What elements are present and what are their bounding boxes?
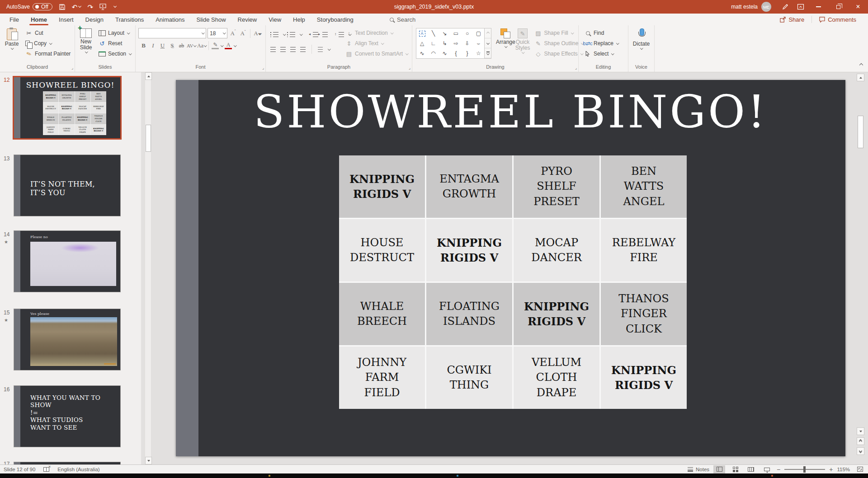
shape-effects-button[interactable]: ◇Shape Effects (533, 49, 585, 59)
copy-button[interactable]: Copy (24, 38, 72, 48)
tab-design[interactable]: Design (80, 14, 109, 25)
bingo-cell[interactable]: PYRO SHELF PRESET (514, 155, 599, 218)
font-name-combo[interactable] (138, 28, 206, 38)
close-button[interactable]: × (848, 0, 868, 14)
thumbnail-slide-12[interactable]: SHOWREEL BINGO! KNIPPING RIGIDS VENTAGMA… (13, 76, 122, 140)
text-highlight-button[interactable]: ✎ (211, 42, 219, 49)
scroll-down-button[interactable] (145, 457, 152, 464)
next-slide-button[interactable] (857, 447, 864, 455)
customize-qat-button[interactable] (113, 6, 116, 7)
autosave-toggle[interactable]: AutoSave Off (6, 3, 52, 10)
elbow-shape-icon[interactable]: ∟ (431, 40, 436, 47)
bingo-cell[interactable]: VELLUM CLOTH DRAPE (514, 347, 599, 409)
collapse-ribbon-button[interactable] (860, 60, 863, 68)
select-button[interactable]: Select (582, 49, 628, 59)
star-shape-icon[interactable]: ☆ (476, 50, 481, 56)
arrange-button[interactable]: Arrange (496, 27, 515, 60)
find-button[interactable]: Find (582, 28, 628, 38)
search-box[interactable]: Search (390, 16, 415, 23)
justify-button[interactable] (300, 47, 306, 52)
drawing-dialog-launcher[interactable]: ⌟ (575, 66, 577, 70)
bingo-cell[interactable]: KNIPPING RIGIDS V (514, 283, 599, 345)
bingo-cell[interactable]: JOHNNY FARM FIELD (339, 347, 425, 409)
shapes-scroll-up-button[interactable] (485, 28, 491, 38)
tab-home[interactable]: Home (25, 14, 53, 25)
animation-star-icon[interactable]: ★ (4, 318, 8, 323)
bingo-cell[interactable]: FLOATING ISLANDS (426, 283, 512, 345)
zoom-slider-thumb[interactable] (803, 466, 806, 473)
reading-view-button[interactable] (745, 465, 757, 473)
shapes-scroll-down-button[interactable] (485, 38, 491, 48)
oval-shape-icon[interactable]: ○ (466, 30, 469, 37)
main-scrollbar[interactable] (857, 72, 864, 464)
quick-styles-button[interactable]: ✎ Quick Styles (515, 27, 530, 60)
zoom-level[interactable]: 115% (837, 467, 850, 472)
tab-animations[interactable]: Animations (150, 14, 190, 25)
bullets-button[interactable] (273, 32, 278, 37)
comments-button[interactable]: Comments (812, 16, 863, 23)
slide-sorter-view-button[interactable] (729, 465, 741, 473)
bingo-cell[interactable]: CGWIKI THING (426, 347, 512, 409)
align-left-button[interactable] (270, 47, 276, 52)
paragraph-dialog-launcher[interactable]: ⌟ (409, 66, 410, 70)
slide-canvas[interactable]: SHOWREEL BINGO! KNIPPING RIGIDS VENTAGMA… (176, 80, 845, 456)
scrollbar-thumb[interactable] (858, 116, 863, 148)
strikethrough-button[interactable]: ab (177, 41, 186, 51)
scroll-up-button[interactable] (145, 72, 152, 80)
reset-button[interactable]: ↺Reset (97, 38, 133, 48)
elbow-arrow-shape-icon[interactable]: ↳ (442, 40, 447, 47)
bold-button[interactable]: B (139, 41, 148, 51)
align-right-button[interactable] (290, 47, 296, 52)
tab-slide-show[interactable]: Slide Show (190, 14, 231, 25)
zoom-in-button[interactable]: + (829, 466, 833, 473)
bingo-cell[interactable]: BEN WATTS ANGEL (601, 155, 687, 218)
cut-button[interactable]: ✂Cut (24, 28, 72, 38)
line-shape-icon[interactable]: ╲ (432, 30, 435, 37)
bingo-cell[interactable]: KNIPPING RIGIDS V (601, 347, 687, 409)
zoom-out-button[interactable]: − (777, 466, 780, 473)
tab-insert[interactable]: Insert (53, 14, 80, 25)
user-name[interactable]: matt estela (731, 4, 758, 10)
freeform-shape-icon[interactable]: ⌣ (477, 40, 481, 47)
previous-slide-button[interactable] (857, 437, 864, 445)
notes-button[interactable]: Notes (688, 467, 709, 472)
font-size-combo[interactable] (208, 28, 227, 38)
undo-button[interactable]: ↶ (72, 4, 81, 10)
underline-button[interactable]: U (158, 41, 167, 51)
ribbon-display-options-button[interactable] (793, 0, 808, 14)
restore-button[interactable] (828, 0, 848, 14)
grow-font-button[interactable]: Aˆ (229, 28, 237, 38)
rounded-rectangle-shape-icon[interactable]: ▢ (476, 30, 481, 37)
shapes-more-button[interactable] (485, 48, 491, 58)
arrow-shape-icon[interactable]: ↘ (442, 30, 447, 37)
tab-view[interactable]: View (263, 14, 287, 25)
text-shadow-button[interactable]: S (168, 41, 176, 51)
scribble-shape-icon[interactable]: ∿ (420, 50, 424, 56)
numbering-button[interactable] (290, 32, 295, 37)
font-size-input[interactable] (210, 30, 220, 37)
paste-button[interactable]: Paste (0, 27, 24, 60)
inking-button[interactable] (778, 0, 793, 14)
format-painter-button[interactable]: ✎Format Painter (24, 49, 72, 59)
triangle-shape-icon[interactable]: △ (420, 40, 424, 47)
right-brace-shape-icon[interactable]: } (466, 50, 468, 56)
bingo-cell[interactable]: ENTAGMA GROWTH (426, 155, 512, 218)
text-box-shape-icon[interactable]: A (419, 31, 425, 37)
animation-star-icon[interactable]: ★ (4, 239, 8, 244)
clear-formatting-button[interactable]: A◢ (253, 28, 262, 38)
dictate-button[interactable]: Dictate (630, 27, 653, 49)
clipboard-dialog-launcher[interactable]: ⌟ (71, 66, 73, 70)
scrollbar-thumb[interactable] (146, 125, 151, 152)
thumbnail-slide-16[interactable]: WHAT YOU WANT TO SHOW != WHAT STUDIOS WA… (14, 385, 121, 447)
language-indicator[interactable]: English (Australia) (57, 467, 99, 472)
thumbnail-slide-13[interactable]: IT’S NOT THEM, IT’S YOU (14, 155, 121, 216)
save-button[interactable] (59, 4, 66, 10)
bingo-cell[interactable]: HOUSE DESTRUCT (339, 219, 425, 281)
character-spacing-button[interactable]: AV (187, 41, 196, 51)
zoom-slider[interactable] (784, 469, 825, 470)
slide-design-bar[interactable] (176, 80, 198, 456)
new-slide-button[interactable]: New Slide (75, 27, 97, 60)
minimize-button[interactable] (808, 0, 828, 14)
align-text-button[interactable]: ⇕Align Text (344, 38, 411, 48)
thumbnail-slide-14[interactable]: Please no (14, 230, 121, 292)
